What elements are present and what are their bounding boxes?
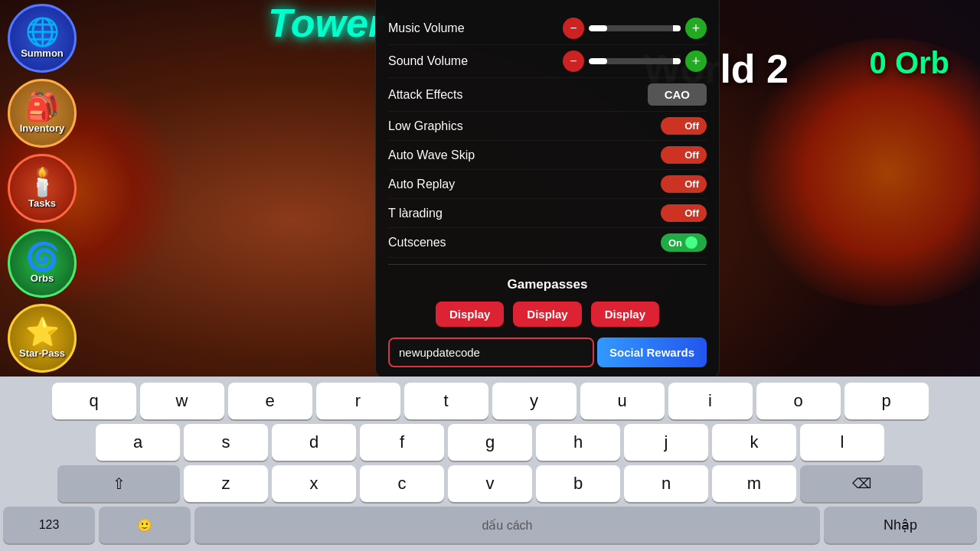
inventory-label: Inventory xyxy=(20,122,65,134)
key-b[interactable]: b xyxy=(536,465,620,502)
orbs-label: Orbs xyxy=(31,272,54,284)
key-x[interactable]: x xyxy=(272,465,356,502)
key-t[interactable]: t xyxy=(404,383,488,419)
backspace-icon: ⌫ xyxy=(852,475,871,492)
key-k[interactable]: k xyxy=(712,424,796,461)
auto-replay-toggle[interactable]: Off xyxy=(661,175,707,193)
cao-button[interactable]: CAO xyxy=(648,83,707,106)
key-o[interactable]: o xyxy=(756,383,841,419)
display-btn-2[interactable]: Display xyxy=(513,302,581,327)
key-f[interactable]: f xyxy=(360,424,444,461)
display-buttons-row: Display Display Display xyxy=(388,302,707,327)
key-u[interactable]: u xyxy=(580,383,665,419)
sound-volume-label: Sound Volume xyxy=(388,54,468,68)
code-input-row: Social Rewards xyxy=(388,337,707,367)
key-q[interactable]: q xyxy=(52,383,136,419)
keyboard-row-4: 123 🙂 dấu cách Nhập xyxy=(3,507,977,543)
sidebar-btn-orbs[interactable]: 🌀 Orbs xyxy=(8,229,77,298)
key-y[interactable]: y xyxy=(492,383,577,419)
gamepasses-label: Gamepasses xyxy=(388,271,707,302)
tower-title: Tower xyxy=(268,0,384,46)
code-input[interactable] xyxy=(388,337,594,367)
music-volume-thumb xyxy=(673,25,681,31)
starpass-label: Star-Pass xyxy=(19,347,65,359)
num-key[interactable]: 123 xyxy=(3,507,95,543)
key-l[interactable]: l xyxy=(800,424,884,461)
display-btn-1[interactable]: Display xyxy=(436,302,504,327)
sidebar-btn-summon[interactable]: 🌐 Summon xyxy=(8,4,77,73)
social-rewards-button[interactable]: Social Rewards xyxy=(597,337,707,367)
starpass-icon: ⭐ xyxy=(25,318,60,346)
cutscenes-label: Cutscenes xyxy=(388,236,446,249)
key-s[interactable]: s xyxy=(184,424,268,461)
sound-volume-control: − + xyxy=(563,51,707,72)
inventory-icon: 🎒 xyxy=(25,93,60,121)
tasks-label: Tasks xyxy=(28,197,56,209)
backspace-key[interactable]: ⌫ xyxy=(800,465,923,502)
setting-low-graphics: Low Graphics Off xyxy=(388,112,707,141)
tlarading-label: T làrading xyxy=(388,207,443,220)
sidebar-btn-starpass[interactable]: ⭐ Star-Pass xyxy=(8,304,77,373)
auto-wave-skip-label: Auto Wave Skip xyxy=(388,148,475,162)
summon-icon: 🌐 xyxy=(25,18,60,46)
key-z[interactable]: z xyxy=(184,465,268,502)
music-volume-slider[interactable] xyxy=(589,25,681,31)
cutscenes-toggle[interactable]: On xyxy=(661,233,707,252)
key-h[interactable]: h xyxy=(536,424,620,461)
key-c[interactable]: c xyxy=(360,465,444,502)
attack-effects-label: Attack Effects xyxy=(388,88,463,102)
orbs-count: 0 Orb xyxy=(870,46,949,80)
music-volume-control: − + xyxy=(563,18,707,39)
key-w[interactable]: w xyxy=(140,383,224,419)
cutscenes-indicator xyxy=(685,236,697,249)
sound-volume-plus[interactable]: + xyxy=(685,51,707,72)
tlarading-toggle[interactable]: Off xyxy=(661,204,707,222)
key-j[interactable]: j xyxy=(624,424,708,461)
setting-music-volume: Music Volume − + xyxy=(388,12,707,45)
summon-label: Summon xyxy=(21,47,64,59)
music-volume-label: Music Volume xyxy=(388,21,465,35)
keyboard-row-3: ⇧ z x c v b n m ⌫ xyxy=(3,465,977,502)
sound-volume-slider[interactable] xyxy=(589,58,681,64)
keyboard-row-1: q w e r t y u i o p xyxy=(3,383,977,419)
emoji-key[interactable]: 🙂 xyxy=(99,507,191,543)
low-graphics-toggle[interactable]: Off xyxy=(661,117,707,135)
key-m[interactable]: m xyxy=(712,465,796,502)
setting-tlarading: T làrading Off xyxy=(388,199,707,228)
music-volume-fill xyxy=(589,25,607,31)
sound-volume-minus[interactable]: − xyxy=(563,51,584,72)
setting-attack-effects: Attack Effects CAO xyxy=(388,78,707,112)
setting-auto-replay: Auto Replay Off xyxy=(388,170,707,199)
enter-key[interactable]: Nhập xyxy=(824,507,977,543)
key-e[interactable]: e xyxy=(228,383,312,419)
setting-sound-volume: Sound Volume − + xyxy=(388,45,707,78)
key-d[interactable]: d xyxy=(272,424,356,461)
sidebar-btn-inventory[interactable]: 🎒 Inventory xyxy=(8,79,77,148)
sidebar-btn-tasks[interactable]: 🕯️ Tasks xyxy=(8,154,77,223)
auto-replay-label: Auto Replay xyxy=(388,178,455,191)
key-r[interactable]: r xyxy=(316,383,400,419)
settings-modal: Music Volume − + Sound Volume − + Attack… xyxy=(375,0,720,380)
sound-volume-thumb xyxy=(673,58,681,64)
auto-wave-skip-toggle[interactable]: Off xyxy=(661,146,707,164)
orbs-icon: 🌀 xyxy=(25,243,60,271)
key-v[interactable]: v xyxy=(448,465,532,502)
setting-auto-wave-skip: Auto Wave Skip Off xyxy=(388,141,707,170)
cutscenes-state: On xyxy=(668,237,682,249)
key-p[interactable]: p xyxy=(844,383,929,419)
setting-cutscenes: Cutscenes On xyxy=(388,228,707,258)
key-i[interactable]: i xyxy=(668,383,753,419)
shift-icon: ⇧ xyxy=(113,474,126,493)
key-g[interactable]: g xyxy=(448,424,532,461)
key-n[interactable]: n xyxy=(624,465,708,502)
keyboard-row-2: a s d f g h j k l xyxy=(3,424,977,461)
sound-volume-fill xyxy=(589,58,607,64)
key-a[interactable]: a xyxy=(96,424,180,461)
tasks-icon: 🕯️ xyxy=(25,168,60,196)
low-graphics-label: Low Graphics xyxy=(388,119,463,133)
shift-key[interactable]: ⇧ xyxy=(57,465,180,502)
space-key[interactable]: dấu cách xyxy=(194,507,820,543)
music-volume-plus[interactable]: + xyxy=(685,18,707,39)
music-volume-minus[interactable]: − xyxy=(563,18,584,39)
display-btn-3[interactable]: Display xyxy=(591,302,659,327)
